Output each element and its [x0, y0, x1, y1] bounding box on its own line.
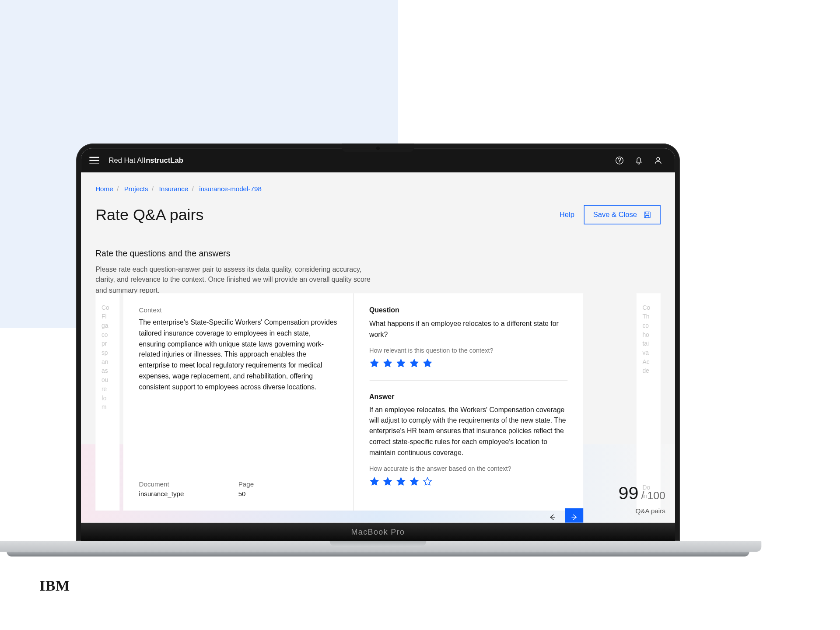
section-description: Please rate each question-answer pair to… [95, 264, 379, 295]
save-close-button[interactable]: Save & Close [584, 205, 661, 224]
answer-rating[interactable] [369, 476, 567, 486]
svg-point-2 [657, 158, 660, 161]
document-label: Document [139, 480, 184, 488]
progress-counter: 99 / 100 Q&A pairs [618, 483, 665, 514]
document-link[interactable]: insurance_type [139, 490, 184, 497]
page-title: Rate Q&A pairs [95, 205, 560, 224]
svg-point-1 [619, 163, 620, 163]
ibm-logo: IBM [39, 578, 70, 594]
star-icon[interactable] [422, 476, 432, 486]
context-text: The enterprise's State-Specific Workers'… [139, 317, 337, 392]
star-icon[interactable] [382, 358, 392, 368]
device-label: MacBook Pro [81, 523, 675, 541]
qa-card: Context The enterprise's State-Specific … [123, 293, 584, 511]
star-icon[interactable] [422, 358, 432, 368]
help-icon[interactable] [611, 152, 628, 169]
star-icon[interactable] [409, 476, 419, 486]
breadcrumb: Home/ Projects/ Insurance/ insurance-mod… [95, 181, 661, 197]
answer-hint: How accurate is the answer based on the … [369, 465, 567, 472]
question-hint: How relevant is this question to the con… [369, 346, 567, 354]
brand-prefix: Red Hat AI [109, 156, 144, 164]
menu-icon[interactable] [89, 157, 99, 164]
section-subhead: Rate the questions and the answers [95, 248, 661, 258]
question-rating[interactable] [369, 358, 567, 368]
save-icon [643, 210, 651, 219]
question-text: What happens if an employee relocates to… [369, 318, 567, 340]
page-label: Page [238, 480, 254, 488]
breadcrumb-insurance[interactable]: Insurance [159, 185, 189, 192]
prev-card-peek: Co Fl ga co pr sp an as ou re fo m [95, 293, 119, 511]
breadcrumb-home[interactable]: Home [95, 185, 113, 192]
star-icon[interactable] [369, 358, 379, 368]
star-icon[interactable] [396, 476, 406, 486]
star-icon[interactable] [396, 358, 406, 368]
star-icon[interactable] [409, 358, 419, 368]
prev-button[interactable] [543, 508, 561, 523]
arrow-left-icon [548, 513, 556, 522]
question-label: Question [369, 307, 567, 314]
brand-product: InstructLab [144, 156, 183, 164]
notification-icon[interactable] [630, 152, 648, 169]
next-button[interactable] [565, 508, 583, 523]
next-card-peek: Co Th co ho tai va Ac de Do in [637, 293, 661, 511]
user-icon[interactable] [650, 152, 667, 169]
arrow-right-icon [570, 513, 578, 522]
laptop-mockup: Red Hat AI InstructLab Home/ [76, 144, 680, 556]
breadcrumb-model[interactable]: insurance-model-798 [199, 185, 262, 192]
svg-rect-3 [644, 212, 650, 217]
answer-text: If an employee relocates, the Workers' C… [369, 405, 567, 458]
star-icon[interactable] [382, 476, 392, 486]
help-link[interactable]: Help [560, 210, 574, 219]
context-label: Context [139, 307, 337, 314]
star-icon[interactable] [369, 476, 379, 486]
answer-label: Answer [369, 392, 567, 400]
breadcrumb-projects[interactable]: Projects [124, 185, 148, 192]
page-value: 50 [238, 490, 254, 497]
